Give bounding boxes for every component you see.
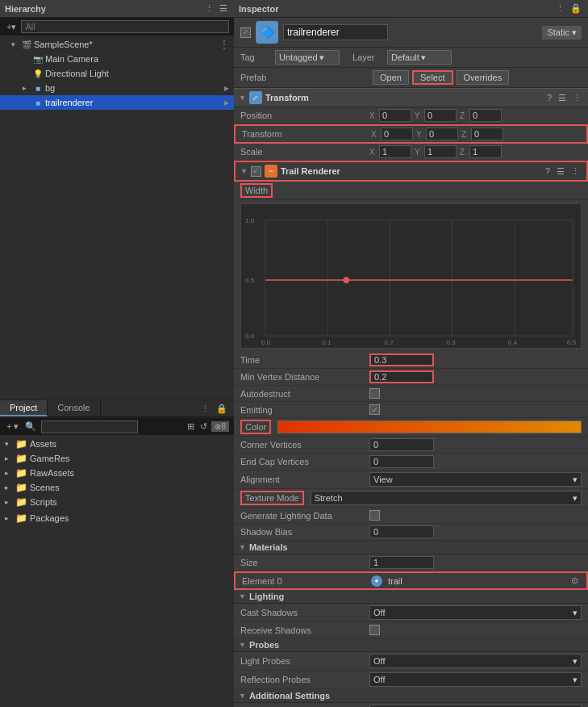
additional-settings-header[interactable]: ▼ Additional Settings: [234, 689, 588, 703]
bg-more-icon[interactable]: ▸: [224, 82, 229, 94]
folder-assets[interactable]: ▾ 📁 Assets: [0, 437, 234, 451]
scale-x-input[interactable]: [379, 145, 411, 158]
project-lock-icon[interactable]: 🔒: [215, 403, 229, 415]
corner-vertices-input[interactable]: [369, 438, 434, 451]
autodestruct-checkbox[interactable]: [369, 388, 380, 399]
time-input[interactable]: [369, 354, 434, 366]
inspector-lock-icon[interactable]: 🔒: [569, 2, 583, 15]
scale-z-input[interactable]: [469, 145, 502, 158]
transform-settings-icon[interactable]: ☰: [557, 92, 568, 104]
hierarchy-add-icon[interactable]: +▾: [5, 21, 18, 33]
min-vertex-row: Min Vertex Distance: [234, 369, 588, 386]
receive-shadows-checkbox[interactable]: [369, 625, 380, 635]
rotation-row: Transform X Y Z: [234, 124, 588, 144]
open-button[interactable]: Open: [373, 70, 409, 85]
tree-item-main-camera[interactable]: 📷 Main Camera: [0, 52, 234, 66]
position-y-label: Y: [415, 111, 423, 120]
color-picker[interactable]: [277, 420, 582, 433]
project-add-icon[interactable]: + ▾: [5, 420, 20, 433]
object-name-input[interactable]: [283, 24, 388, 40]
cast-shadows-chevron-icon: ▾: [573, 608, 578, 618]
position-y-input[interactable]: [424, 109, 457, 122]
scripts-expand: ▸: [5, 498, 13, 506]
folder-scripts[interactable]: ▸ 📁 Scripts: [0, 495, 234, 509]
scale-row: Scale X Y Z: [234, 144, 588, 161]
trail-renderer-header[interactable]: ▼ ~ Trail Renderer ? ☰ ⋮: [234, 161, 588, 182]
alignment-dropdown[interactable]: View ▾: [369, 472, 582, 487]
scale-y-input[interactable]: [424, 145, 457, 158]
scene-root-item[interactable]: ▾ 🎬 SampleScene* ⋮: [0, 37, 234, 52]
cast-shadows-dropdown[interactable]: Off ▾: [369, 605, 582, 620]
probes-section-header[interactable]: ▼ Probes: [234, 638, 588, 652]
reflection-probes-dropdown[interactable]: Off ▾: [369, 672, 582, 687]
position-z-input[interactable]: [469, 109, 502, 122]
generate-lighting-checkbox[interactable]: [369, 510, 380, 521]
texture-mode-chevron-icon: ▾: [573, 493, 578, 504]
tag-dropdown[interactable]: Untagged ▾: [275, 50, 340, 65]
project-search-icon[interactable]: 🔍: [23, 420, 38, 433]
end-cap-vertices-input[interactable]: [369, 455, 434, 468]
inspector-more-icon[interactable]: ⋮: [554, 2, 566, 15]
project-search-input[interactable]: [41, 420, 138, 433]
gameres-expand: ▸: [5, 454, 13, 462]
svg-text:0.0: 0.0: [245, 333, 255, 340]
rotation-z-input[interactable]: [471, 128, 503, 140]
trail-active-checkbox[interactable]: [251, 166, 261, 177]
hierarchy-more-icon[interactable]: ⋮: [203, 2, 215, 15]
trail-help-icon[interactable]: ?: [544, 165, 552, 177]
transform-header[interactable]: ▼ ⤢ Transform ? ☰ ⋮: [234, 88, 588, 107]
project-refresh-icon[interactable]: ↺: [198, 420, 209, 433]
hierarchy-settings-icon[interactable]: ☰: [218, 2, 229, 15]
project-tab[interactable]: Project: [0, 400, 48, 416]
time-label: Time: [240, 355, 369, 365]
rawassets-label: RawAssets: [30, 468, 74, 478]
position-x-input[interactable]: [379, 109, 411, 122]
project-tab-row: Project Console ⋮ 🔒: [0, 400, 234, 417]
lighting-section-header[interactable]: ▼ Lighting: [234, 590, 588, 604]
rotation-x-input[interactable]: [381, 128, 413, 140]
emitting-checkbox[interactable]: [369, 404, 380, 415]
trail-more-icon[interactable]: ⋮: [569, 165, 582, 178]
folder-gameres[interactable]: ▸ 📁 GameRes: [0, 451, 234, 466]
transform-help-icon[interactable]: ?: [545, 92, 553, 103]
scenes-label: Scenes: [30, 483, 60, 492]
folder-rawassets[interactable]: ▸ 📁 RawAssets: [0, 466, 234, 480]
folder-scenes[interactable]: ▸ 📁 Scenes: [0, 480, 234, 495]
overrides-button[interactable]: Overrides: [457, 70, 510, 85]
rotation-y-input[interactable]: [426, 128, 458, 140]
console-tab[interactable]: Console: [48, 400, 100, 416]
transform-more-icon[interactable]: ⋮: [571, 92, 583, 104]
trail-more-icon[interactable]: ▸: [224, 97, 229, 108]
shadow-bias-label: Shadow Bias: [240, 527, 369, 537]
width-chart[interactable]: 1.0 0.5 0.0 0.0 0.1 0.2 0.3 0.4 0.5: [240, 203, 582, 349]
select-button[interactable]: Select: [412, 70, 453, 85]
light-probes-dropdown[interactable]: Off ▾: [369, 654, 582, 668]
folder-packages[interactable]: ▸ 📁 Packages: [0, 511, 234, 525]
bg-icon: ■: [32, 82, 44, 94]
texture-mode-dropdown[interactable]: Stretch ▾: [311, 491, 582, 505]
prefab-row: Prefab Open Select Overrides: [234, 68, 588, 88]
tree-item-directional-light[interactable]: 💡 Directional Light: [0, 66, 234, 81]
inspector-panel: Inspector ⋮ 🔒 🔷 Static ▾ Tag Untagged ▾: [234, 0, 588, 707]
hierarchy-search-input[interactable]: [21, 20, 229, 33]
element0-link-icon[interactable]: ⊙: [569, 575, 580, 587]
scene-more-icon[interactable]: ⋮: [219, 39, 229, 50]
object-active-checkbox[interactable]: [240, 27, 251, 38]
object-type-icon: 🔷: [256, 21, 278, 44]
shadow-bias-input[interactable]: [369, 525, 434, 538]
static-badge[interactable]: Static ▾: [542, 26, 582, 40]
autodestruct-label: Autodestruct: [240, 389, 369, 399]
additional-settings-title: Additional Settings: [249, 691, 330, 701]
trail-settings-icon[interactable]: ☰: [555, 165, 566, 178]
materials-section-header[interactable]: ▼ Materials: [234, 541, 588, 554]
project-grid-icon[interactable]: ⊞: [186, 420, 196, 433]
tree-item-trailrenderer[interactable]: ■ trailrenderer ▸: [0, 95, 234, 110]
additional-collapse-icon: ▼: [239, 692, 246, 700]
layer-dropdown[interactable]: Default ▾: [387, 50, 452, 65]
svg-text:0.5: 0.5: [245, 277, 255, 284]
cast-shadows-value: Off: [373, 608, 385, 617]
materials-size-input[interactable]: [369, 556, 434, 569]
min-vertex-input[interactable]: [369, 370, 434, 383]
project-more-icon[interactable]: ⋮: [199, 403, 211, 415]
tree-item-bg[interactable]: ▸ ■ bg ▸: [0, 81, 234, 95]
